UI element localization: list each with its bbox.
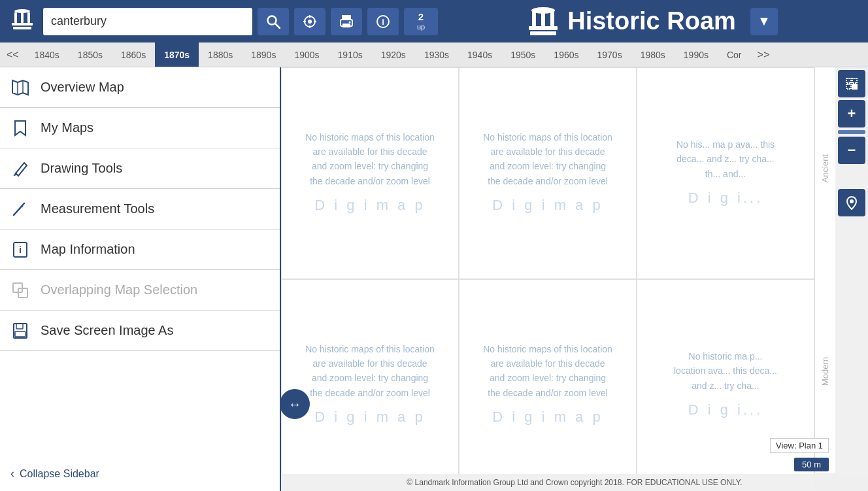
logo-icon (10, 8, 34, 32)
zoom-out-button[interactable]: − (838, 137, 865, 164)
sidebar-label-map-information: Map Information (41, 242, 135, 257)
map-cell-6[interactable]: No historic ma p... location ava... this… (637, 279, 814, 491)
sidebar-label-save-image: Save Screen Image As (41, 323, 173, 338)
sidebar-item-save-image[interactable]: Save Screen Image As (0, 311, 280, 351)
decade-1970s[interactable]: 1970s (588, 42, 631, 67)
decade-1840s[interactable]: 1840s (25, 42, 69, 67)
sidebar-item-my-maps[interactable]: My Maps (0, 108, 280, 148)
collapse-sidebar-button[interactable]: ‹ Collapse Sidebar (0, 456, 280, 491)
sidebar-item-measurement-tools[interactable]: Measurement Tools (0, 189, 280, 229)
plus-icon: + (848, 107, 856, 121)
decade-1910s[interactable]: 1910s (329, 42, 372, 67)
app-title: Historic Roam (567, 7, 736, 35)
digimap-label-2: D i g i m a p (482, 194, 613, 216)
decade-1870s[interactable]: 1870s (155, 42, 199, 67)
svg-point-17 (349, 21, 351, 23)
svg-rect-35 (15, 331, 25, 337)
info-button[interactable]: i (367, 8, 399, 35)
decade-1960s[interactable]: 1960s (544, 42, 588, 67)
pencil-icon (10, 159, 30, 178)
map-cell-3[interactable]: No his... ma p ava... this deca... and z… (637, 67, 814, 279)
digimap-label-5: D i g i m a p (482, 405, 613, 428)
select-area-icon (844, 76, 859, 91)
sidebar-item-map-information[interactable]: i Map Information (0, 229, 280, 270)
location-button[interactable] (294, 8, 326, 35)
svg-text:i: i (382, 17, 384, 27)
layers-button[interactable]: 2 up (404, 8, 438, 35)
decade-prev-button[interactable]: << (0, 42, 25, 67)
zoom-in-button[interactable]: + (838, 100, 865, 127)
sidebar-label-measurement-tools: Measurement Tools (41, 201, 154, 216)
svg-rect-4 (27, 12, 30, 23)
sidebar-label-overlapping-map: Overlapping Map Selection (41, 282, 197, 297)
decade-1980s[interactable]: 1980s (631, 42, 675, 67)
minus-icon: − (848, 143, 856, 158)
svg-rect-39 (852, 84, 857, 89)
svg-rect-1 (12, 23, 33, 25)
modern-label: Modern (820, 357, 830, 386)
decade-1890s[interactable]: 1890s (242, 42, 285, 67)
decade-1940s[interactable]: 1940s (458, 42, 501, 67)
map-cell-5[interactable]: No historic maps of this location are av… (459, 279, 637, 491)
sidebar-item-overlapping-map: Overlapping Map Selection (0, 270, 280, 311)
digimap-label-1: D i g i m a p (305, 194, 435, 216)
main-layout: Overview Map My Maps Drawing Tools (0, 67, 868, 491)
sidebar-label-drawing-tools: Drawing Tools (41, 161, 122, 176)
map-grid: No historic maps of this location are av… (281, 67, 814, 491)
svg-rect-23 (541, 12, 545, 26)
toggle-arrows-icon: ↔ (288, 397, 301, 412)
sidebar-label-my-maps: My Maps (41, 120, 93, 135)
sidebar-item-drawing-tools[interactable]: Drawing Tools (0, 148, 280, 189)
scale-bar: 50 m (794, 458, 829, 471)
bookmark-icon (10, 118, 30, 138)
map-cell-1[interactable]: No historic maps of this location are av… (281, 67, 459, 279)
decade-1920s[interactable]: 1920s (372, 42, 415, 67)
toggle-panel-button[interactable]: ↔ (281, 389, 310, 419)
pin-button[interactable] (838, 189, 865, 216)
decade-1950s[interactable]: 1950s (501, 42, 544, 67)
decade-1850s[interactable]: 1850s (69, 42, 112, 67)
svg-point-9 (308, 20, 312, 24)
decade-1930s[interactable]: 1930s (415, 42, 458, 67)
map-no-data-4: No historic maps of this location are av… (305, 342, 435, 429)
map-cell-2[interactable]: No historic maps of this location are av… (459, 67, 637, 279)
layers-count: 2 (418, 12, 424, 23)
svg-rect-34 (16, 324, 23, 329)
map-no-data-3: No his... ma p ava... this deca... and z… (673, 137, 778, 209)
sidebar-item-overview-map[interactable]: Overview Map (0, 67, 280, 108)
search-button[interactable] (258, 8, 289, 35)
ruler-icon (10, 199, 30, 219)
logo-button[interactable] (7, 5, 38, 38)
svg-rect-20 (530, 31, 556, 35)
search-icon (266, 14, 280, 29)
select-area-button[interactable] (838, 70, 865, 97)
header-title-area: Historic Roam ▼ (443, 5, 861, 38)
svg-rect-37 (852, 78, 857, 83)
decade-1860s[interactable]: 1860s (112, 42, 155, 67)
print-button[interactable] (331, 8, 362, 35)
decade-1900s[interactable]: 1900s (285, 42, 328, 67)
map-container: ↔ No historic maps of this location are … (281, 67, 868, 491)
map-cell-4[interactable]: No historic maps of this location are av… (281, 279, 459, 491)
decade-1990s[interactable]: 1990s (675, 42, 718, 67)
svg-point-5 (14, 9, 30, 13)
map-no-data-5: No historic maps of this location are av… (482, 342, 613, 429)
digimap-label-6: D i g i... (673, 398, 778, 421)
svg-rect-0 (13, 27, 31, 29)
map-no-data-2: No historic maps of this location are av… (482, 130, 613, 217)
svg-rect-24 (550, 12, 554, 26)
svg-rect-2 (14, 12, 17, 23)
svg-rect-21 (529, 26, 558, 30)
search-input[interactable]: canterbury (43, 8, 252, 35)
decade-cor[interactable]: Cor (718, 42, 751, 67)
pin-icon (845, 195, 858, 210)
sidebar: Overview Map My Maps Drawing Tools (0, 67, 281, 491)
svg-rect-16 (342, 24, 350, 27)
decade-bar: << 1840s 1850s 1860s 1870s 1880s 1890s 1… (0, 42, 868, 67)
digimap-label-4: D i g i m a p (305, 405, 435, 428)
print-icon (339, 14, 354, 29)
decade-next-button[interactable]: >> (751, 42, 776, 67)
decade-1880s[interactable]: 1880s (199, 42, 242, 67)
info-icon: i (376, 14, 390, 29)
header-dropdown-button[interactable]: ▼ (750, 8, 778, 35)
